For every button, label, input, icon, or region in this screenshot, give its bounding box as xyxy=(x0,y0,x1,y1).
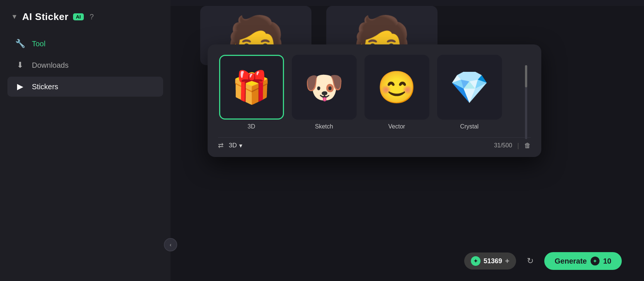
credits-amount: 51369 xyxy=(483,257,502,265)
style-picker-bottom-bar: ⇄ 3D ▾ 31/500 | 🗑 xyxy=(218,137,531,150)
dropdown-arrow-icon: ▾ xyxy=(239,142,242,150)
refresh-icon: ↻ xyxy=(527,256,534,266)
coin-symbol: ✦ xyxy=(473,258,478,264)
action-bar: ✦ 51369 + ↻ Generate ✦ 10 xyxy=(464,252,622,270)
app-title: AI Sticker xyxy=(22,11,69,23)
add-credits-icon[interactable]: + xyxy=(505,257,509,265)
style-picker-left-controls: ⇄ 3D ▾ xyxy=(218,141,242,150)
style-label-sketch: Sketch xyxy=(315,123,333,130)
sidebar: ▼ AI Sticker AI ? 🔧 Tool ⬇ Downloads ▶ S… xyxy=(0,0,171,281)
sidebar-item-stickers[interactable]: ▶ Stickers xyxy=(7,77,163,97)
style-option-crystal[interactable]: 💎 Crystal xyxy=(436,55,503,130)
sketch-dog-icon: 🐶 xyxy=(304,69,344,106)
refresh-button[interactable]: ↻ xyxy=(522,253,538,269)
crystal-gem-icon: 💎 xyxy=(450,69,489,106)
trash-icon[interactable]: 🗑 xyxy=(524,142,531,150)
current-style-label: 3D xyxy=(229,142,237,149)
generate-button[interactable]: Generate ✦ 10 xyxy=(544,252,622,270)
generate-cost: 10 xyxy=(603,257,611,265)
sidebar-item-downloads[interactable]: ⬇ Downloads xyxy=(7,55,163,75)
shuffle-icon[interactable]: ⇄ xyxy=(218,141,224,150)
top-bar xyxy=(171,0,644,6)
style-dropdown[interactable]: 3D ▾ xyxy=(229,142,242,150)
style-option-vector[interactable]: 😊 Vector xyxy=(363,55,430,130)
style-thumb-crystal[interactable]: 💎 xyxy=(437,55,502,120)
tool-label: Tool xyxy=(32,40,46,48)
ai-badge: AI xyxy=(73,13,84,20)
generate-coin-icon: ✦ xyxy=(591,257,600,265)
style-picker-panel: 🎁 3D 🐶 Sketch 😊 Vector xyxy=(208,44,541,157)
style-options-container: 🎁 3D 🐶 Sketch 😊 Vector xyxy=(218,55,531,130)
tool-icon: 🔧 xyxy=(15,39,25,48)
sidebar-header: ▼ AI Sticker AI ? xyxy=(0,7,171,30)
generate-label: Generate xyxy=(555,257,587,265)
style-options-list: 🎁 3D 🐶 Sketch 😊 Vector xyxy=(218,55,531,130)
main-content: 🧑 🧑 🎁 3D 🐶 Sketch xyxy=(171,0,644,281)
vector-smiley-icon: 😊 xyxy=(377,69,416,106)
style-label-3d: 3D xyxy=(248,123,255,130)
sidebar-item-tool[interactable]: 🔧 Tool xyxy=(7,34,163,54)
credits-coin-icon: ✦ xyxy=(471,256,480,266)
generate-coin-symbol: ✦ xyxy=(593,258,597,264)
stickers-arrow-icon: ▶ xyxy=(15,82,25,91)
help-icon[interactable]: ? xyxy=(90,13,94,21)
chevron-down-icon[interactable]: ▼ xyxy=(11,13,18,21)
style-thumb-3d[interactable]: 🎁 xyxy=(219,55,284,120)
gift-icon: 🎁 xyxy=(232,69,271,106)
style-option-sketch[interactable]: 🐶 Sketch xyxy=(291,55,357,130)
credits-button[interactable]: ✦ 51369 + xyxy=(464,252,516,270)
collapse-icon: ‹ xyxy=(170,242,172,248)
downloads-label: Downloads xyxy=(32,61,69,70)
style-label-crystal: Crystal xyxy=(460,123,479,130)
style-scrollbar[interactable] xyxy=(525,65,527,139)
style-option-3d[interactable]: 🎁 3D xyxy=(218,55,285,130)
style-label-vector: Vector xyxy=(388,123,405,130)
style-picker-right-controls: 31/500 | 🗑 xyxy=(494,142,531,150)
divider: | xyxy=(517,142,519,150)
sidebar-nav: 🔧 Tool ⬇ Downloads ▶ Stickers xyxy=(0,30,171,100)
stickers-label: Stickers xyxy=(32,83,58,91)
style-thumb-vector[interactable]: 😊 xyxy=(364,55,429,120)
download-icon: ⬇ xyxy=(15,60,25,70)
style-thumb-sketch[interactable]: 🐶 xyxy=(292,55,357,120)
collapse-sidebar-button[interactable]: ‹ xyxy=(164,238,177,251)
style-scrollbar-thumb xyxy=(525,65,527,87)
style-count-label: 31/500 xyxy=(494,142,512,149)
